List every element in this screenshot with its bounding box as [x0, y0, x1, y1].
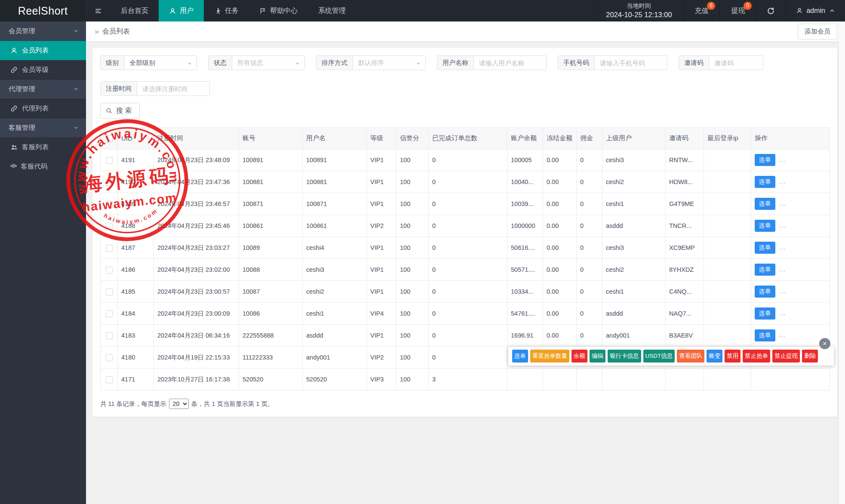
- more-actions-button[interactable]: ...: [779, 244, 786, 251]
- row-checkbox[interactable]: [106, 267, 113, 274]
- row-checkbox[interactable]: [106, 201, 113, 208]
- more-actions-button[interactable]: ...: [779, 332, 786, 338]
- select-all-checkbox[interactable]: [106, 135, 113, 142]
- cell-level: VIP2: [367, 347, 396, 369]
- sidebar-item-7[interactable]: </>客服代码: [0, 157, 86, 176]
- chain-order-button[interactable]: 连单: [755, 286, 775, 298]
- popup-action-0[interactable]: 连单: [512, 350, 528, 363]
- popup-action-5[interactable]: USDT信息: [643, 350, 675, 363]
- popup-action-7[interactable]: 账变: [707, 350, 722, 363]
- row-checkbox[interactable]: [106, 310, 113, 317]
- popup-action-9[interactable]: 禁止抢单: [743, 350, 770, 363]
- chain-order-button[interactable]: 连单: [755, 264, 775, 276]
- popup-action-8[interactable]: 禁用: [725, 350, 741, 363]
- popup-action-2[interactable]: 余额: [572, 350, 587, 363]
- search-button[interactable]: 搜索: [100, 103, 140, 119]
- nav-action-1[interactable]: 提现0: [719, 0, 756, 22]
- sidebar-group-label: 客服管理: [9, 123, 35, 132]
- page-scrollbar[interactable]: [839, 22, 845, 504]
- sidebar-group-5[interactable]: 客服管理: [0, 118, 86, 138]
- sidebar-group-3[interactable]: 代理管理: [0, 80, 86, 99]
- more-actions-button[interactable]: ...: [779, 288, 786, 295]
- table-row: 41912024年04月23日 23:48:09100891100891VIP1…: [101, 149, 830, 171]
- more-actions-button[interactable]: ...: [779, 178, 786, 185]
- more-actions-button[interactable]: ...: [779, 200, 786, 207]
- filter-input[interactable]: [142, 85, 205, 92]
- filter-input[interactable]: [479, 59, 542, 67]
- cell-account: 10087: [239, 281, 303, 303]
- row-checkbox[interactable]: [106, 376, 113, 383]
- chevron-down-icon: [416, 60, 421, 65]
- row-checkbox[interactable]: [106, 245, 113, 252]
- chain-order-button[interactable]: 连单: [755, 329, 775, 341]
- nav-item-3[interactable]: 帮助中心: [249, 0, 308, 22]
- refresh-button[interactable]: [756, 0, 785, 22]
- row-checkbox[interactable]: [106, 179, 113, 186]
- nav-item-0[interactable]: 后台首页: [111, 0, 159, 22]
- cell-balance: [507, 369, 543, 390]
- cell-frozen: 0.00: [543, 325, 577, 347]
- cell-balance: 54761....: [507, 303, 543, 325]
- table-row: 41712023年10月27日 16:17:38520520520520VIP3…: [101, 369, 830, 390]
- chain-order-button[interactable]: 连单: [755, 220, 775, 232]
- cell-balance: 1000000: [507, 215, 543, 237]
- more-actions-button[interactable]: ...: [779, 266, 786, 273]
- cell-uid: 4185: [118, 281, 154, 303]
- nav-item-1[interactable]: 用户: [159, 0, 204, 22]
- chain-order-button[interactable]: 连单: [755, 198, 775, 210]
- nav-item-4[interactable]: 系统管理: [308, 0, 356, 22]
- sidebar-item-1[interactable]: 会员列表: [0, 41, 86, 60]
- chain-order-button[interactable]: 连单: [755, 307, 775, 320]
- nav-action-0[interactable]: 充值6: [683, 0, 719, 22]
- more-actions-button[interactable]: ...: [779, 310, 786, 317]
- popup-action-10[interactable]: 禁止提现: [772, 350, 800, 363]
- chain-order-button[interactable]: 连单: [755, 154, 775, 166]
- popup-action-1[interactable]: 重置抢单数量: [530, 350, 569, 363]
- cell-credit: 100: [396, 171, 429, 193]
- filter-select[interactable]: 全部级别: [124, 56, 197, 70]
- sidebar-item-2[interactable]: 会员等级: [0, 60, 86, 80]
- row-checkbox[interactable]: [106, 332, 113, 339]
- chain-order-button[interactable]: 连单: [755, 242, 775, 254]
- row-checkbox[interactable]: [106, 157, 113, 164]
- filter-input[interactable]: [600, 59, 663, 67]
- chain-order-button[interactable]: 连单: [755, 176, 775, 188]
- sidebar-group-0[interactable]: 会员管理: [0, 22, 86, 41]
- nav-item-2[interactable]: 任务: [204, 0, 249, 22]
- row-checkbox[interactable]: [106, 354, 113, 361]
- popup-action-11[interactable]: 删除: [802, 350, 818, 363]
- sidebar-item-label: 客服列表: [22, 143, 49, 152]
- filter-select[interactable]: 默认排序: [353, 56, 425, 70]
- sidebar-toggle-button[interactable]: [86, 0, 111, 22]
- filter-select[interactable]: 所有状态: [232, 56, 304, 70]
- column-header: 账号: [239, 128, 303, 149]
- cell-invite: RNTW...: [666, 149, 704, 171]
- local-time: 当地时间 2024-10-25 12:13:00: [594, 0, 683, 22]
- cell-balance: 100005: [507, 149, 543, 171]
- filter-input[interactable]: [714, 59, 759, 67]
- sidebar-item-label: 会员等级: [22, 65, 49, 74]
- page-size-select[interactable]: 20: [169, 399, 189, 409]
- row-checkbox[interactable]: [106, 223, 113, 230]
- popup-close-button[interactable]: ×: [819, 338, 830, 349]
- admin-menu[interactable]: admin: [785, 0, 845, 22]
- sidebar-item-label: 客服代码: [21, 162, 47, 171]
- popup-action-6[interactable]: 查看团队: [677, 350, 704, 363]
- sidebar-item-6[interactable]: 客服列表: [0, 138, 86, 157]
- cell-balance: 1696.91: [507, 325, 543, 347]
- add-member-button[interactable]: 添加会员: [798, 24, 837, 40]
- popup-action-4[interactable]: 银行卡信息: [608, 350, 641, 363]
- more-actions-button[interactable]: ...: [779, 156, 786, 163]
- cell-reg_time: 2024年04月23日 23:00:57: [154, 281, 239, 303]
- more-actions-button[interactable]: ...: [779, 222, 786, 229]
- cell-actions: 连单...: [751, 149, 830, 171]
- cell-reg_time: 2024年04月23日 06:34:16: [154, 325, 239, 347]
- cell-ip: [704, 369, 751, 390]
- cell-ip: [704, 237, 751, 259]
- users-icon: [10, 144, 18, 151]
- table-row: 41862024年04月23日 23:02:0010088ceshi3VIP11…: [101, 259, 830, 281]
- popup-action-3[interactable]: 编辑: [590, 350, 605, 363]
- sidebar-item-4[interactable]: 代理列表: [0, 99, 86, 118]
- row-checkbox[interactable]: [106, 289, 113, 295]
- cell-ip: [704, 149, 751, 171]
